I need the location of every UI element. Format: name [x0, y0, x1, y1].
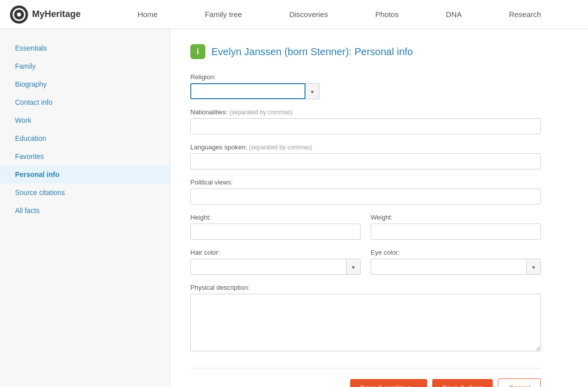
physical-desc-label: Physical description:: [190, 284, 541, 291]
religion-input[interactable]: [190, 83, 306, 99]
sidebar-item-source-citations[interactable]: Source citations: [0, 183, 170, 202]
languages-label: Languages spoken: (separated by commas): [190, 143, 541, 151]
person-icon: i: [190, 44, 205, 59]
sidebar-item-work[interactable]: Work: [0, 111, 170, 129]
hair-color-dropdown-button[interactable]: [347, 259, 361, 275]
sidebar-item-biography[interactable]: Biography: [0, 75, 170, 93]
chevron-down-icon: [531, 263, 536, 271]
cancel-button[interactable]: Cancel: [498, 378, 541, 387]
main-layout: Essentials Family Biography Contact info…: [0, 29, 588, 387]
hair-color-label: Hair color:: [190, 249, 361, 256]
political-views-group: Political views:: [190, 178, 541, 205]
nav-research[interactable]: Research: [504, 10, 546, 19]
hair-color-col: Hair color:: [190, 249, 361, 275]
physical-desc-textarea[interactable]: [190, 294, 541, 351]
eye-color-wrapper: [371, 259, 541, 275]
religion-input-wrapper: [190, 83, 541, 99]
weight-label: Weight:: [371, 214, 541, 221]
sidebar-item-essentials[interactable]: Essentials: [0, 39, 170, 57]
save-continue-button[interactable]: Save & continue »: [350, 379, 427, 387]
nav-home[interactable]: Home: [133, 10, 163, 19]
hair-color-wrapper: [190, 259, 361, 275]
height-weight-group: Height: Weight:: [190, 214, 541, 240]
hair-color-select[interactable]: [190, 259, 347, 275]
nav-discoveries[interactable]: Discoveries: [284, 10, 333, 19]
nationalities-label: Nationalities: (separated by commas): [190, 108, 541, 116]
eye-color-dropdown-button[interactable]: [527, 259, 541, 275]
political-views-label: Political views:: [190, 178, 541, 186]
height-col: Height:: [190, 214, 361, 240]
religion-group: Religion:: [190, 73, 541, 99]
chevron-down-icon: [351, 263, 356, 271]
languages-input[interactable]: [190, 153, 541, 169]
height-input[interactable]: [190, 224, 361, 240]
personal-info-form: Religion: Nationalities: (separated by c…: [190, 73, 541, 387]
eye-color-col: Eye color:: [371, 249, 541, 275]
hair-eye-group: Hair color: Eye color:: [190, 249, 541, 275]
height-label: Height:: [190, 214, 361, 221]
page-header: i Evelyn Janssen (born Stenner): Persona…: [190, 44, 568, 59]
page-title: Evelyn Janssen (born Stenner): Personal …: [211, 46, 413, 58]
sidebar-item-education[interactable]: Education: [0, 129, 170, 147]
weight-input[interactable]: [371, 224, 541, 240]
sidebar-item-family[interactable]: Family: [0, 57, 170, 75]
nav-dna[interactable]: DNA: [441, 10, 467, 19]
nationalities-input[interactable]: [190, 118, 541, 134]
main-content: i Evelyn Janssen (born Stenner): Persona…: [170, 29, 588, 387]
eye-color-label: Eye color:: [371, 249, 541, 256]
languages-group: Languages spoken: (separated by commas): [190, 143, 541, 169]
nav-family-tree[interactable]: Family tree: [200, 10, 247, 19]
nationalities-group: Nationalities: (separated by commas): [190, 108, 541, 134]
sidebar-item-contact-info[interactable]: Contact info: [0, 93, 170, 111]
form-divider: [190, 368, 541, 368]
top-navigation: MyHeritage Home Family tree Discoveries …: [0, 0, 588, 29]
political-views-input[interactable]: [190, 188, 541, 205]
sidebar-item-personal-info[interactable]: Personal info: [0, 165, 170, 183]
logo-text: MyHeritage: [32, 9, 81, 20]
religion-dropdown-button[interactable]: [306, 83, 320, 99]
sidebar-item-all-facts[interactable]: All facts: [0, 202, 170, 220]
sidebar-item-favorites[interactable]: Favorites: [0, 147, 170, 165]
religion-label: Religion:: [190, 73, 541, 81]
action-buttons: Save & continue » Save & close Cancel: [190, 378, 541, 387]
weight-col: Weight:: [371, 214, 541, 240]
sidebar: Essentials Family Biography Contact info…: [0, 29, 170, 387]
physical-desc-group: Physical description:: [190, 284, 541, 353]
logo[interactable]: MyHeritage: [10, 6, 81, 24]
save-close-button[interactable]: Save & close: [432, 379, 493, 387]
chevron-down-icon: [310, 88, 315, 95]
nav-photos[interactable]: Photos: [370, 10, 404, 19]
nav-links: Home Family tree Discoveries Photos DNA …: [114, 10, 565, 19]
eye-color-select[interactable]: [371, 259, 527, 275]
logo-icon: [10, 6, 28, 24]
